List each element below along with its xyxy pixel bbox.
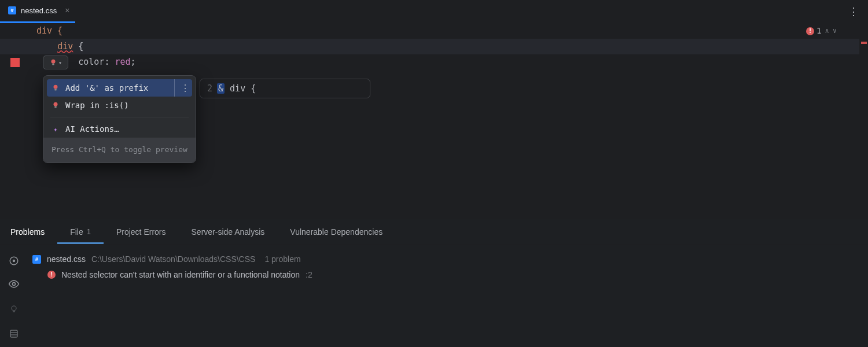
- prev-error-icon[interactable]: ∧: [825, 23, 829, 39]
- error-icon: !: [806, 27, 814, 35]
- css-file-icon: #: [32, 255, 41, 264]
- problem-file-count: 1 problem: [264, 254, 300, 264]
- svg-rect-11: [10, 330, 17, 337]
- tab-problems[interactable]: Problems: [10, 219, 57, 244]
- open-editor-preview-button[interactable]: [6, 326, 22, 342]
- problems-tool-window: Problems File 1 Project Errors Server-si…: [0, 219, 868, 347]
- css-file-icon: #: [8, 6, 16, 14]
- svg-point-7: [13, 260, 15, 262]
- breakpoint-marker[interactable]: [10, 58, 20, 67]
- sparkle-icon: ✦: [52, 121, 60, 137]
- svg-point-2: [54, 85, 58, 89]
- code-token: red: [115, 57, 130, 67]
- problems-sidebar: [0, 245, 28, 347]
- code-line: div {: [32, 39, 868, 54]
- problems-panel-tabs: Problems File 1 Project Errors Server-si…: [0, 219, 868, 245]
- tab-label: File: [70, 227, 83, 237]
- intention-bulb-button[interactable]: ▾: [43, 56, 68, 69]
- intention-action-add-amp-prefix[interactable]: Add '&' as prefix ⋮: [47, 79, 192, 97]
- code-line: color: red;: [32, 54, 868, 70]
- svg-rect-5: [54, 106, 57, 108]
- editor-tabstrip: # nested.css × ⋮: [0, 0, 868, 23]
- more-icon[interactable]: ⋮: [174, 79, 190, 97]
- tab-vulnerable-dependencies[interactable]: Vulnerable Dependencies: [277, 219, 395, 244]
- quickfix-bulb-icon: [52, 84, 60, 92]
- tab-label: Project Errors: [116, 227, 166, 237]
- tab-overflow-menu-button[interactable]: ⋮: [848, 0, 859, 23]
- rerun-inspection-button[interactable]: [6, 253, 22, 269]
- tab-server-side-analysis[interactable]: Server-side Analysis: [179, 219, 278, 244]
- svg-rect-10: [13, 311, 15, 312]
- view-options-button[interactable]: [6, 277, 22, 293]
- problem-item[interactable]: ! Nested selector can't start with an id…: [32, 267, 863, 283]
- svg-point-0: [51, 60, 55, 64]
- tab-title: nested.css: [21, 6, 57, 15]
- code-token: ;: [131, 57, 136, 67]
- code-editor[interactable]: div { div { color: red; ! 1 ∧ ∨ ▾: [0, 23, 868, 219]
- scrollbar[interactable]: [860, 23, 868, 219]
- refresh-icon: [9, 256, 19, 266]
- code-token: color: [78, 57, 104, 67]
- tab-file[interactable]: File 1: [57, 219, 104, 244]
- show-intention-button[interactable]: [6, 301, 22, 318]
- chevron-down-icon: ▾: [58, 55, 62, 71]
- bulb-icon: [9, 305, 19, 314]
- preview-inserted-token: &: [217, 83, 225, 94]
- code-token: {: [73, 41, 83, 51]
- problem-file-name: nested.css: [47, 254, 86, 264]
- editor-tab-nested-css[interactable]: # nested.css ×: [0, 0, 75, 23]
- inspection-summary[interactable]: ! 1 ∧ ∨: [806, 23, 837, 39]
- scrollbar-error-marker[interactable]: [861, 42, 867, 44]
- code-token: {: [251, 83, 256, 94]
- tab-label: Vulnerable Dependencies: [290, 227, 382, 237]
- preview-line-number: 2: [207, 81, 212, 97]
- problem-message: Nested selector can't start with an iden…: [61, 270, 300, 279]
- code-token: div {: [36, 25, 62, 36]
- next-error-icon[interactable]: ∨: [833, 23, 837, 39]
- quickfix-bulb-icon: [52, 101, 60, 109]
- svg-rect-3: [54, 89, 57, 91]
- intention-actions-popup: Add '&' as prefix ⋮ Wrap in :is() ✦ AI A…: [43, 75, 196, 163]
- intention-action-label: AI Actions…: [65, 121, 119, 137]
- intention-action-label: Wrap in :is(): [65, 98, 129, 113]
- close-icon[interactable]: ×: [65, 6, 69, 15]
- svg-point-9: [12, 306, 16, 311]
- tab-project-errors[interactable]: Project Errors: [104, 219, 179, 244]
- code-token: [36, 41, 57, 51]
- svg-point-8: [13, 282, 16, 285]
- error-token: div: [57, 41, 73, 51]
- intention-preview: 2 & div {: [200, 79, 370, 98]
- tab-label: Problems: [10, 227, 45, 237]
- intention-hint: Press Ctrl+Q to toggle preview: [43, 138, 196, 163]
- svg-point-4: [54, 102, 58, 106]
- quickfix-bulb-icon: [49, 58, 57, 67]
- code-line: div {: [32, 23, 868, 39]
- problem-file-path: C:\Users\David Watson\Downloads\CSS\CSS: [91, 254, 255, 264]
- tab-label: Server-side Analysis: [192, 227, 265, 237]
- eye-icon: [8, 278, 20, 293]
- problems-list: # nested.css C:\Users\David Watson\Downl…: [28, 245, 868, 347]
- svg-rect-1: [52, 64, 54, 65]
- preview-panel-icon: [9, 329, 19, 338]
- intention-ai-actions[interactable]: ✦ AI Actions…: [43, 120, 196, 138]
- intention-action-label: Add '&' as prefix: [65, 80, 148, 96]
- separator: [50, 117, 189, 117]
- code-token: div: [225, 83, 251, 94]
- problem-location: :2: [306, 270, 312, 279]
- error-icon: !: [47, 271, 56, 279]
- problem-file-row[interactable]: # nested.css C:\Users\David Watson\Downl…: [32, 252, 863, 267]
- tab-badge-count: 1: [87, 227, 91, 236]
- intention-action-wrap-in-is[interactable]: Wrap in :is(): [43, 97, 196, 114]
- inspection-error-count: 1: [816, 23, 821, 39]
- code-token: :: [104, 57, 115, 67]
